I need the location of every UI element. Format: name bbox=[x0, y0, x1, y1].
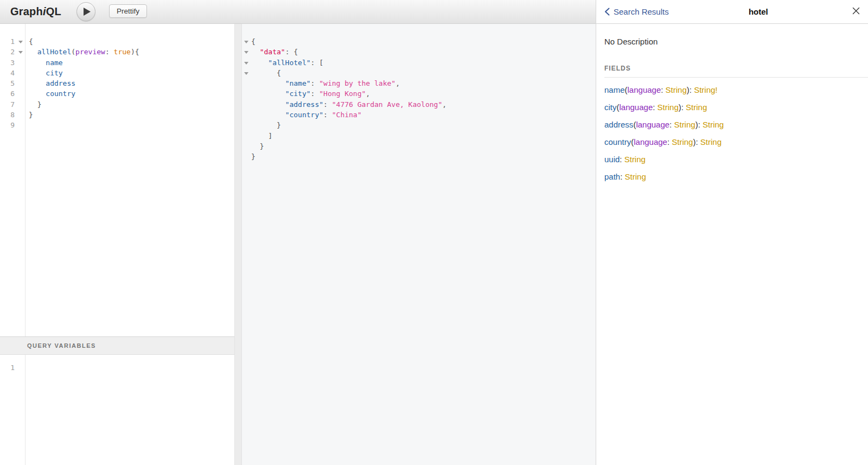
code-line[interactable]: 2 allHotel(preview: true){ bbox=[0, 47, 234, 57]
token: String bbox=[624, 155, 646, 164]
token bbox=[251, 79, 285, 87]
token: : bbox=[311, 90, 320, 98]
fold-gutter bbox=[16, 58, 25, 68]
token: } bbox=[260, 142, 264, 150]
code-text bbox=[25, 120, 234, 130]
fold-arrow-icon[interactable] bbox=[18, 41, 23, 43]
code-line[interactable]: 7 } bbox=[0, 99, 234, 110]
fold-gutter bbox=[242, 99, 251, 110]
code-line[interactable]: "city": "Hong Kong", bbox=[242, 88, 596, 99]
doc-field-item[interactable]: address(language: String): String bbox=[604, 120, 860, 130]
result-viewer[interactable]: { "data": { "allHotel": [ { "name": "win… bbox=[242, 24, 596, 465]
line-number: 6 bbox=[0, 88, 16, 99]
code-text: { bbox=[25, 36, 234, 47]
variables-code-lines: 1 bbox=[0, 355, 234, 373]
token: city bbox=[46, 69, 62, 77]
code-line[interactable]: 3 name bbox=[0, 58, 234, 68]
play-icon bbox=[82, 8, 91, 16]
token: { bbox=[251, 37, 256, 46]
token: : bbox=[620, 172, 624, 181]
fold-arrow-icon[interactable] bbox=[18, 51, 23, 54]
doc-field-item[interactable]: country(language: String): String bbox=[604, 137, 860, 147]
close-icon bbox=[852, 7, 860, 17]
query-variables-bar[interactable]: QUERY VARIABLES bbox=[0, 336, 234, 355]
code-line[interactable]: { bbox=[242, 68, 596, 78]
fold-arrow-icon[interactable] bbox=[244, 62, 248, 65]
query-variables-title: QUERY VARIABLES bbox=[27, 342, 96, 349]
doc-field-item[interactable]: city(language: String): String bbox=[604, 103, 860, 112]
code-line[interactable]: } bbox=[242, 141, 596, 151]
line-number: 9 bbox=[0, 120, 16, 130]
code-line[interactable]: "data": { bbox=[242, 47, 596, 57]
topbar: GraphiQL Prettify bbox=[0, 0, 596, 24]
line-number: 7 bbox=[0, 99, 16, 110]
code-text: ] bbox=[251, 131, 596, 141]
code-line[interactable]: 1 bbox=[0, 362, 234, 373]
token: String bbox=[658, 103, 679, 112]
code-text: } bbox=[251, 120, 596, 130]
token: String bbox=[703, 120, 724, 129]
doc-field-item[interactable]: name(language: String): String! bbox=[604, 85, 860, 95]
code-text: { bbox=[251, 68, 596, 78]
code-line[interactable]: 4 city bbox=[0, 68, 234, 78]
variables-editor[interactable]: 1 bbox=[0, 355, 234, 465]
token bbox=[29, 59, 46, 67]
doc-close-button[interactable] bbox=[848, 7, 860, 17]
code-line[interactable]: 9 bbox=[0, 120, 234, 130]
fold-arrow-icon[interactable] bbox=[244, 72, 248, 75]
execute-query-button[interactable] bbox=[76, 2, 95, 21]
fold-arrow-icon[interactable] bbox=[244, 41, 248, 43]
code-line[interactable]: } bbox=[242, 120, 596, 130]
token: language bbox=[628, 85, 661, 94]
doc-field-item[interactable]: path: String bbox=[604, 172, 860, 182]
fold-gutter bbox=[242, 68, 251, 78]
code-line[interactable]: "address": "4776 Gardan Ave, Kaolong", bbox=[242, 99, 596, 110]
token: } bbox=[29, 111, 33, 119]
token: name bbox=[604, 85, 625, 94]
token: , bbox=[366, 90, 370, 98]
fold-arrow-icon[interactable] bbox=[244, 51, 248, 54]
token: ( bbox=[71, 48, 75, 56]
fold-gutter bbox=[242, 141, 251, 151]
token: address bbox=[604, 120, 633, 129]
prettify-button[interactable]: Prettify bbox=[109, 4, 147, 18]
code-line[interactable]: ] bbox=[242, 131, 596, 141]
code-line[interactable]: 1{ bbox=[0, 36, 234, 47]
token: String bbox=[674, 120, 695, 129]
token: String bbox=[666, 85, 687, 94]
fold-gutter bbox=[16, 88, 25, 99]
code-line[interactable]: "country": "China" bbox=[242, 110, 596, 120]
pane-resize-handle[interactable] bbox=[234, 24, 242, 465]
fold-gutter bbox=[16, 99, 25, 110]
token: : bbox=[105, 48, 114, 56]
code-line[interactable]: 5 address bbox=[0, 78, 234, 88]
token: "Hong Kong" bbox=[319, 90, 366, 98]
code-line[interactable]: 6 country bbox=[0, 88, 234, 99]
fold-gutter bbox=[242, 47, 251, 57]
token: : bbox=[661, 85, 665, 94]
token bbox=[251, 69, 277, 77]
token bbox=[29, 100, 37, 109]
token bbox=[251, 90, 285, 98]
code-text: name bbox=[25, 58, 234, 68]
fold-gutter bbox=[242, 36, 251, 47]
code-text: } bbox=[25, 99, 234, 110]
token: preview bbox=[75, 48, 105, 56]
token: } bbox=[277, 121, 281, 129]
token: String bbox=[700, 137, 722, 146]
code-line[interactable]: { bbox=[242, 36, 596, 47]
doc-explorer-header: Search Results hotel bbox=[596, 0, 868, 24]
token bbox=[251, 111, 285, 119]
query-editor[interactable]: 1{2 allHotel(preview: true){3 name4 city… bbox=[0, 24, 234, 336]
fold-gutter bbox=[16, 362, 25, 373]
token: { bbox=[277, 69, 281, 77]
code-line[interactable]: "allHotel": [ bbox=[242, 58, 596, 68]
token: "city" bbox=[285, 90, 311, 98]
token bbox=[29, 79, 46, 87]
token: "name" bbox=[285, 79, 311, 87]
code-line[interactable]: "name": "wing by the lake", bbox=[242, 78, 596, 88]
code-line[interactable]: 8} bbox=[0, 110, 234, 120]
code-line[interactable]: } bbox=[242, 151, 596, 162]
doc-field-item[interactable]: uuid: String bbox=[604, 155, 860, 164]
doc-back-link[interactable]: Search Results bbox=[604, 7, 669, 16]
